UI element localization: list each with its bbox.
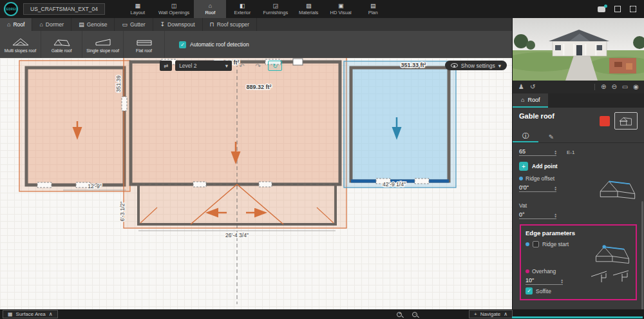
area-label-center: 889.32 ft² xyxy=(246,84,271,90)
nav-exterior[interactable]: ◧ Exterior xyxy=(226,0,258,18)
roof-left-wing[interactable] xyxy=(19,61,130,191)
gutter-icon: ▭ xyxy=(122,21,128,28)
ribbon-tab-genoise[interactable]: ▤ Genoise xyxy=(71,18,115,31)
undo-button[interactable]: ↶ xyxy=(235,61,248,71)
panel-accent-bar xyxy=(512,316,643,318)
ribbon-tab-roof[interactable]: ⌂ Roof xyxy=(0,18,32,31)
roof-tab-icon: ⌂ xyxy=(7,21,10,28)
roof-color-swatch[interactable] xyxy=(600,116,610,126)
rotate-roof-button[interactable]: ↻ xyxy=(268,61,282,71)
roof-ribbon-tabs: ⌂ Roof ⌂ Dormer ▤ Genoise ▭ Gutter ↧ Dow… xyxy=(0,18,512,31)
plus-icon: + xyxy=(519,162,528,171)
tab-parameters[interactable]: ⓘ xyxy=(513,131,538,142)
redo-icon: ↷ xyxy=(256,63,261,70)
orbit-icon[interactable]: ↺ xyxy=(530,84,535,90)
pitch-stepper[interactable]: ▴▾ xyxy=(554,150,556,155)
zoom-in-button[interactable]: + xyxy=(397,312,402,317)
first-person-icon[interactable]: ♟ xyxy=(518,84,524,90)
dim-left-bottom[interactable]: 12'-9" xyxy=(88,183,102,189)
tool-gable-roof[interactable]: Gable roof xyxy=(41,31,82,58)
furnishings-icon: ◲ xyxy=(273,3,279,9)
flat-roof-icon xyxy=(135,37,153,46)
tab-materials[interactable]: ✎ xyxy=(538,131,564,142)
soffite-checkbox-row[interactable]: ✓ Soffite xyxy=(526,287,631,295)
zoom-out-button[interactable]: - xyxy=(412,312,417,317)
ribbon-tab-gutter[interactable]: ▭ Gutter xyxy=(115,18,153,31)
vat-input[interactable]: 0° ▴▾ xyxy=(519,211,556,219)
zoom-out-icon[interactable]: ⊖ xyxy=(611,84,616,90)
nav-roof[interactable]: ⌂ Roof xyxy=(194,0,226,18)
nav-plan[interactable]: ▤ Plan xyxy=(357,0,389,18)
camera-icon[interactable]: ◉ xyxy=(633,84,639,90)
ribbon-tab-roof-scupper[interactable]: ⊓ Roof scupper xyxy=(203,18,258,31)
ridge-start-diagram xyxy=(592,241,631,267)
dim-right-bottom[interactable]: 42'-9 1/4" xyxy=(383,181,406,188)
tool-multi-slopes-roof[interactable]: Multi slopes roof xyxy=(0,31,41,58)
panel-header: Gable roof xyxy=(513,108,644,130)
nav-materials[interactable]: ▨ Materials xyxy=(292,0,325,18)
edge-parameters-section: Edge parameters Ridge start xyxy=(520,224,637,300)
gable-roof-thumbnail[interactable] xyxy=(614,112,638,130)
vat-stepper[interactable]: ▴▾ xyxy=(554,213,556,218)
edge-parameters-title: Edge parameters xyxy=(526,229,631,237)
layout-icon: ▦ xyxy=(135,3,141,9)
dim-left-wall[interactable]: 351.39 xyxy=(115,75,122,92)
soffite-checkbox[interactable]: ✓ xyxy=(526,287,533,295)
rotate-icon: ↻ xyxy=(272,63,278,70)
chevron-up-icon: ∧ xyxy=(504,311,507,317)
ridge-start-checkbox-row[interactable]: Ridge start xyxy=(526,241,569,247)
cedreo-logo[interactable]: CEDREO xyxy=(4,2,18,16)
feedback-icon[interactable] xyxy=(598,6,605,12)
dim-left-lower[interactable]: 6'-3 1/2" xyxy=(119,201,126,221)
ridge-start-checkbox[interactable] xyxy=(533,241,539,247)
panel-scrollbar[interactable] xyxy=(641,201,643,309)
plan-canvas[interactable]: 351.14 ft² 889.32 ft² 351.33 ft² 12'-9" … xyxy=(0,58,512,309)
overhang-input[interactable]: 10" ▴▾ xyxy=(526,277,563,285)
ridge-offset-stepper[interactable]: ▴▾ xyxy=(554,186,556,191)
swap-level-button[interactable]: ⇄ xyxy=(160,61,172,71)
show-settings-button[interactable]: Show settings ▾ xyxy=(445,61,507,70)
nav-layout[interactable]: ▦ Layout xyxy=(122,0,154,18)
tool-flat-roof[interactable]: Flat roof xyxy=(124,31,165,58)
redo-button[interactable]: ↷ xyxy=(252,61,265,71)
navigate-selector[interactable]: + Navigate ∧ xyxy=(469,310,513,318)
properties-panel: ⌂ Roof Gable roof ⓘ ✎ xyxy=(512,93,644,309)
ridge-offset-label: Ridge offset xyxy=(526,175,554,182)
roof-scupper-icon: ⊓ xyxy=(210,21,214,28)
panel-body: 65 ▴▾ E-1 + Add point Ridge offset xyxy=(513,143,644,300)
overhang-dot xyxy=(526,269,529,273)
app-window: CEDREO US_CRAFTSMAN_EXT_04 ▦ Layout ◫ Wa… xyxy=(0,0,644,319)
nav-hd-visual[interactable]: ▣ HD Visual xyxy=(325,0,357,18)
detach-window-icon[interactable] xyxy=(630,6,636,12)
status-bar: ▦ Surface Area ∧ + - + Navigate ∧ xyxy=(0,309,644,319)
fullscreen-icon[interactable] xyxy=(614,6,621,12)
chevron-up-icon: ∧ xyxy=(49,311,53,317)
automatic-roof-detection-checkbox[interactable]: ✓ Automatic roof detection xyxy=(179,41,249,48)
ribbon-tab-dormer[interactable]: ⌂ Dormer xyxy=(32,18,71,31)
pitch-input[interactable]: 65 ▴▾ xyxy=(519,148,556,156)
level-selector[interactable]: Level 2 ▾ xyxy=(175,61,232,71)
nav-wall-openings[interactable]: ◫ Wall Openings xyxy=(154,0,194,18)
ridge-offset-input[interactable]: 0'0" ▴▾ xyxy=(519,184,556,192)
info-icon: ⓘ xyxy=(522,131,529,140)
add-point-button[interactable]: + Add point xyxy=(519,162,638,171)
soffite-diagram xyxy=(612,268,631,285)
multi-slopes-roof-icon xyxy=(12,37,30,46)
nav-furnishings[interactable]: ◲ Furnishings xyxy=(258,0,292,18)
palette-icon: ✎ xyxy=(549,133,554,140)
roof-selected-wing[interactable] xyxy=(344,61,456,188)
surface-area-selector[interactable]: ▦ Surface Area ∧ xyxy=(3,310,58,318)
measure-icon[interactable]: ▭ xyxy=(622,84,628,90)
zoom-in-icon[interactable]: ⊕ xyxy=(601,84,606,90)
project-name[interactable]: US_CRAFTSMAN_EXT_04 xyxy=(23,3,105,15)
overhang-stepper[interactable]: ▴▾ xyxy=(561,278,563,284)
panel-tab-roof[interactable]: ⌂ Roof xyxy=(513,93,548,108)
grid-icon: ▦ xyxy=(8,311,13,317)
overhang-label: Overhang xyxy=(532,268,556,275)
tool-single-slope-roof[interactable]: Single slope roof xyxy=(82,31,124,58)
roof-icon: ⌂ xyxy=(209,3,212,9)
dim-bottom-center[interactable]: 26'-4 3/4" xyxy=(225,232,249,238)
downspout-icon: ↧ xyxy=(160,21,166,28)
ribbon-tab-downspout[interactable]: ↧ Downspout xyxy=(153,18,203,31)
floor-plan[interactable]: 351.14 ft² 889.32 ft² 351.33 ft² 12'-9" … xyxy=(0,58,512,309)
